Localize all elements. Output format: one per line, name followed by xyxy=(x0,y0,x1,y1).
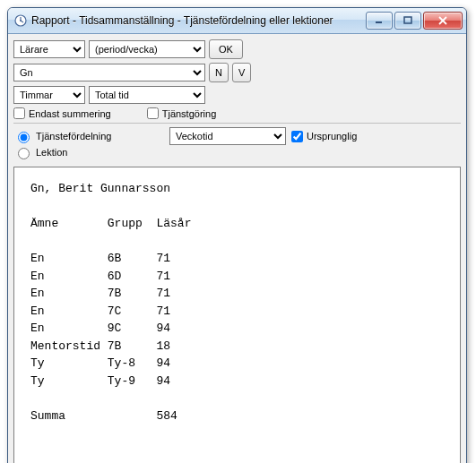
close-button[interactable] xyxy=(423,12,463,30)
tjanstgoring-checkbox[interactable]: Tjänstgöring xyxy=(147,107,217,119)
ursprunglig-label: Ursprunglig xyxy=(307,131,357,141)
veckotid-combo[interactable]: Veckotid xyxy=(169,127,286,145)
window-title: Rapport - Tidsammanställning - Tjänstefö… xyxy=(31,14,366,27)
titlebar: Rapport - Tidsammanställning - Tjänstefö… xyxy=(8,8,466,34)
v-button[interactable]: V xyxy=(232,63,251,82)
tjanstefordelning-radio[interactable]: Tjänstefördelning xyxy=(13,129,166,143)
teacher-combo[interactable]: Lärare xyxy=(13,40,85,58)
ok-button[interactable]: OK xyxy=(209,39,243,59)
tjanstefordelning-radio-input[interactable] xyxy=(18,132,30,143)
window-frame: Rapport - Tidsammanställning - Tjänstefö… xyxy=(7,7,467,463)
maximize-button[interactable] xyxy=(394,12,421,30)
endast-label: Endast summering xyxy=(29,108,111,119)
client-area: Lärare (period/vecka) OK Gn N V Timmar T… xyxy=(8,34,466,463)
lektion-label: Lektion xyxy=(36,147,67,158)
ursprunglig-checkbox-input[interactable] xyxy=(291,131,303,142)
period-combo[interactable]: (period/vecka) xyxy=(89,40,205,58)
lektion-radio-input[interactable] xyxy=(18,148,30,159)
report-area: Gn, Berit Gunnarsson Ämne Grupp Läsår En… xyxy=(13,167,461,463)
ursprunglig-checkbox[interactable]: Ursprunglig xyxy=(291,131,357,142)
tjanstgoring-checkbox-input[interactable] xyxy=(147,107,159,119)
unit-combo[interactable]: Timmar xyxy=(13,86,85,104)
scope-combo[interactable]: Total tid xyxy=(89,86,205,104)
tjanstgoring-label: Tjänstgöring xyxy=(162,108,217,119)
person-combo[interactable]: Gn xyxy=(13,64,205,81)
lektion-radio[interactable]: Lektion xyxy=(13,145,166,159)
endast-checkbox[interactable]: Endast summering xyxy=(13,107,111,119)
tjanstefordelning-label: Tjänstefördelning xyxy=(36,131,111,141)
endast-checkbox-input[interactable] xyxy=(13,107,25,119)
minimize-button[interactable] xyxy=(366,12,393,30)
app-icon xyxy=(13,13,28,28)
svg-rect-5 xyxy=(404,17,411,23)
n-button[interactable]: N xyxy=(209,63,229,82)
